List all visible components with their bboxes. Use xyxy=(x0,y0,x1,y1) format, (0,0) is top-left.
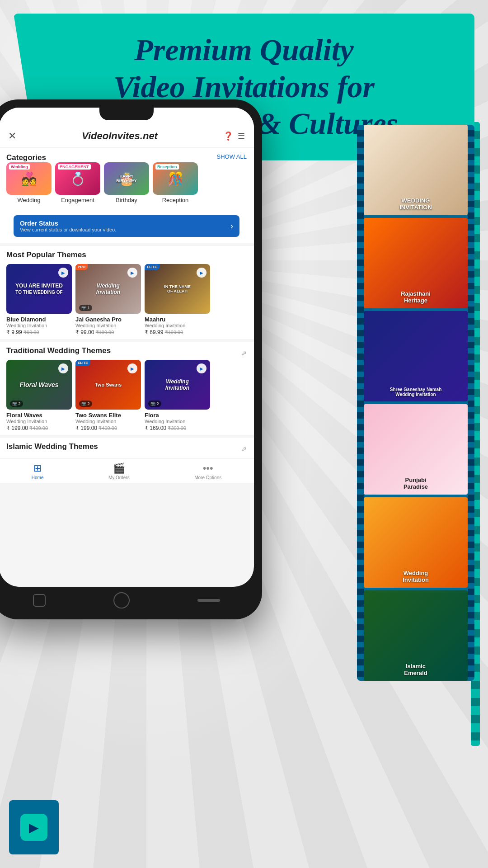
nav-more-options[interactable]: ••• More Options xyxy=(194,462,221,480)
cat-birthday-thumb: 🎂 HAPPYBIRTHDAY xyxy=(104,162,149,195)
phone-outer: ✕ VideoInvites.net ❓ ☰ Categories SHOW A… xyxy=(0,99,262,619)
popular-themes-section: Most Popular Themes YOU ARE INVITEDTO TH… xyxy=(0,246,254,339)
islamic-section: Islamic Wedding Themes ⬀ xyxy=(0,438,254,458)
categories-title: Categories xyxy=(6,153,46,162)
theme-two-swans-play[interactable]: ▶ xyxy=(127,363,137,373)
theme-jai-ganesha-badge: PRO xyxy=(75,264,88,270)
islamic-title: Islamic Wedding Themes xyxy=(6,442,98,451)
theme-jai-ganesha-type: Wedding Invitation xyxy=(75,323,141,328)
order-status-text: Order Status View current status or down… xyxy=(20,220,116,232)
popular-themes-row: YOU ARE INVITEDTO THE WEDDING OF ▶ Blue … xyxy=(6,264,247,339)
theme-floral-price: ₹ 199.00 ₹499.00 xyxy=(6,425,72,431)
theme-jai-ganesha-play[interactable]: ▶ xyxy=(127,268,137,278)
cat-engagement[interactable]: 💍 ENGAGEMENT Engagement xyxy=(55,162,100,203)
cat-birthday-label: Birthday xyxy=(104,197,149,203)
theme-flora-play[interactable]: ▶ xyxy=(197,363,206,373)
cat-reception-icon: 🎊 xyxy=(168,171,183,186)
cat-reception[interactable]: 🎊 Reception Reception xyxy=(153,162,198,203)
external-link-icon[interactable]: ⬀ xyxy=(241,349,247,357)
nav-home-label: Home xyxy=(32,475,44,480)
help-icon[interactable]: ❓ xyxy=(223,131,233,141)
theme-floral-thumb: Floral Waves ▶ 📷 2 xyxy=(6,360,72,410)
cat-wedding[interactable]: 💑 Wedding Wedding xyxy=(6,162,52,203)
islamic-external-icon[interactable]: ⬀ xyxy=(241,445,247,453)
theme-blue-diamond-name: Blue Diamond xyxy=(6,316,72,323)
phone-bottom-bar xyxy=(0,587,254,611)
theme-flora-count: 📷 2 xyxy=(148,401,161,407)
theme-blue-diamond-type: Wedding Invitation xyxy=(6,323,72,328)
film-label-6: IslamicEmerald xyxy=(369,663,463,676)
theme-two-swans-type: Wedding Invitation xyxy=(75,419,141,424)
film-image-3: Shree Ganeshay NamahWedding Invitation xyxy=(364,311,468,401)
nav-more-label: More Options xyxy=(194,475,221,480)
header-icons: ❓ ☰ xyxy=(223,131,245,141)
film-label-4: PunjabiParadise xyxy=(369,476,463,490)
film-image-5: WeddingInvitation xyxy=(364,497,468,588)
theme-floral-type: Wedding Invitation xyxy=(6,419,72,424)
cat-engagement-label: Engagement xyxy=(55,197,100,203)
theme-flora-price: ₹ 169.00 ₹399.00 xyxy=(145,425,210,431)
traditional-themes-header: Traditional Wedding Themes ⬀ xyxy=(6,346,247,360)
theme-floral-play[interactable]: ▶ xyxy=(58,363,68,373)
theme-two-swans[interactable]: ELITE Two Swans ▶ 📷 2 Two Swans Elite We… xyxy=(75,360,141,431)
theme-maahru-play[interactable]: ▶ xyxy=(197,268,206,278)
theme-flora-text: WeddingInvitation xyxy=(148,378,207,391)
popular-themes-title: Most Popular Themes xyxy=(6,250,247,259)
traditional-themes-section: Traditional Wedding Themes ⬀ Floral Wave… xyxy=(0,342,254,435)
theme-blue-diamond-text: YOU ARE INVITEDTO THE WEDDING OF xyxy=(9,283,69,295)
cat-birthday[interactable]: 🎂 HAPPYBIRTHDAY Birthday xyxy=(104,162,149,203)
show-all-button[interactable]: SHOW ALL xyxy=(217,153,247,160)
theme-flora-name: Flora xyxy=(145,412,210,419)
nav-home[interactable]: ⊞ Home xyxy=(32,462,44,480)
bottom-nav: ⊞ Home 🎬 My Orders ••• More Options xyxy=(0,458,254,483)
theme-jai-ganesha-count: 📷 1 xyxy=(79,305,92,311)
order-status-title: Order Status xyxy=(20,220,116,227)
theme-blue-diamond-thumb: YOU ARE INVITEDTO THE WEDDING OF ▶ xyxy=(6,264,72,314)
cat-wedding-label: Wedding xyxy=(6,197,52,203)
phone-back-btn[interactable] xyxy=(33,594,46,607)
theme-floral-name: Floral Waves xyxy=(6,412,72,419)
theme-flora-thumb: WeddingInvitation ▶ 📷 2 xyxy=(145,360,210,410)
categories-row: 💑 Wedding Wedding 💍 ENGAGEMENT Engagemen… xyxy=(6,162,247,203)
theme-blue-diamond[interactable]: YOU ARE INVITEDTO THE WEDDING OF ▶ Blue … xyxy=(6,264,72,335)
nav-my-orders[interactable]: 🎬 My Orders xyxy=(108,462,130,480)
film-label-1: WEDDINGINVITATION xyxy=(369,197,463,211)
film-image-4: PunjabiParadise xyxy=(364,404,468,495)
theme-flora[interactable]: WeddingInvitation ▶ 📷 2 Flora Wedding In… xyxy=(145,360,210,431)
theme-two-swans-thumb: ELITE Two Swans ▶ 📷 2 xyxy=(75,360,141,410)
close-icon[interactable]: ✕ xyxy=(8,130,16,142)
orders-icon: 🎬 xyxy=(108,462,130,474)
phone-home-btn[interactable] xyxy=(113,592,130,609)
order-status-arrow: › xyxy=(230,222,233,231)
theme-flora-type: Wedding Invitation xyxy=(145,419,210,424)
theme-jai-ganesha[interactable]: PRO WeddingInvitation ▶ 📷 1 Jai Ganesha … xyxy=(75,264,141,335)
nav-orders-label: My Orders xyxy=(108,475,130,480)
cat-reception-label: Reception xyxy=(153,197,198,203)
phone-recent-btn[interactable] xyxy=(197,599,220,602)
cat-wedding-tag: Wedding xyxy=(9,164,30,170)
site-title: VideoInvites.net xyxy=(82,130,158,142)
theme-jai-ganesha-thumb: PRO WeddingInvitation ▶ 📷 1 xyxy=(75,264,141,314)
more-icon: ••• xyxy=(194,462,221,474)
theme-two-swans-price: ₹ 199.00 ₹499.00 xyxy=(75,425,141,431)
film-label-3: Shree Ganeshay NamahWedding Invitation xyxy=(369,387,463,397)
cat-birthday-text: HAPPYBIRTHDAY xyxy=(106,174,147,183)
cat-wedding-thumb: 💑 Wedding xyxy=(6,162,52,195)
theme-blue-diamond-play[interactable]: ▶ xyxy=(58,268,68,278)
theme-two-swans-badge: ELITE xyxy=(75,360,90,366)
theme-floral-text: Floral Waves xyxy=(9,381,69,388)
phone-notch xyxy=(99,108,154,120)
app-logo: ▶ xyxy=(20,814,47,841)
theme-floral-waves[interactable]: Floral Waves ▶ 📷 2 Floral Waves Wedding … xyxy=(6,360,72,431)
cat-engagement-tag: ENGAGEMENT xyxy=(58,164,91,170)
cat-wedding-icon: 💑 xyxy=(21,171,37,186)
theme-two-swans-name: Two Swans Elite xyxy=(75,412,141,419)
film-image-6: IslamicEmerald xyxy=(364,590,468,681)
home-icon: ⊞ xyxy=(32,462,44,474)
traditional-themes-title: Traditional Wedding Themes xyxy=(6,346,111,355)
theme-maahru[interactable]: ELITE IN THE NAMEOF ALLAH ▶ Maahru Weddi… xyxy=(145,264,210,335)
menu-icon[interactable]: ☰ xyxy=(238,131,245,141)
order-status-bar[interactable]: Order Status View current status or down… xyxy=(14,215,239,237)
theme-maahru-price: ₹ 69.99 ₹199.00 xyxy=(145,329,210,335)
theme-two-swans-count: 📷 2 xyxy=(79,401,92,407)
